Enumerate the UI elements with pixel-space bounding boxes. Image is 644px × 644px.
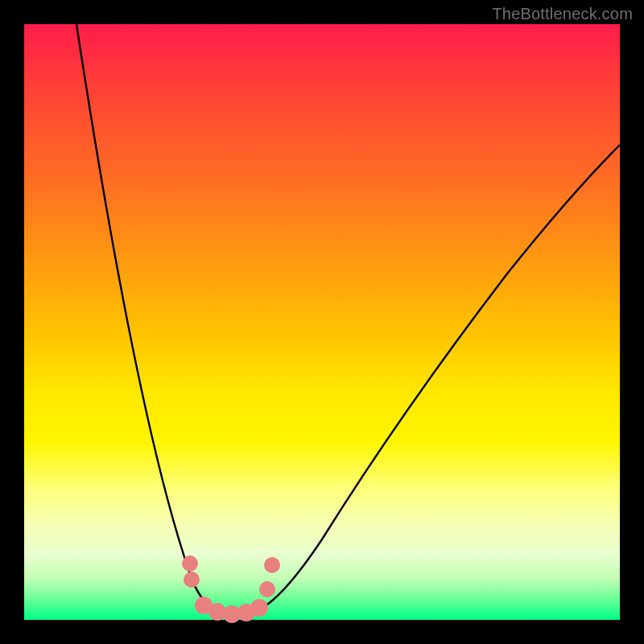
svg-point-6 (250, 599, 268, 617)
svg-point-8 (264, 557, 280, 573)
curve-left (76, 24, 217, 610)
curve-right (258, 145, 620, 610)
chart-overlay (24, 24, 620, 620)
svg-point-7 (259, 581, 275, 597)
svg-point-0 (182, 555, 198, 572)
chart-frame: TheBottleneck.com (0, 0, 644, 644)
watermark-text: TheBottleneck.com (492, 5, 633, 23)
svg-point-1 (184, 572, 200, 588)
